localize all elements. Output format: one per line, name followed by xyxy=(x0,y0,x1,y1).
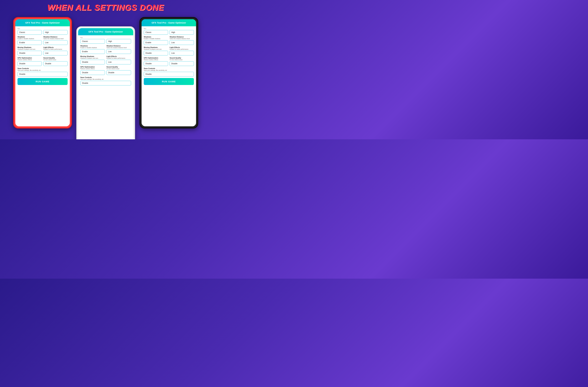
phone-right-section-2-left-input[interactable]: Disable xyxy=(144,61,168,66)
phone-left-section-1-right: Light Effects Disable for better perform… xyxy=(43,46,68,55)
phone-left-section-0-right-input[interactable]: Low xyxy=(43,40,68,45)
phone-right-run-game-button[interactable]: RUN GAME xyxy=(144,78,194,85)
phone-right-section-1-right-input[interactable]: Low xyxy=(169,51,194,55)
phone-right-section-0: Shadows Enable or disable shadows Enable… xyxy=(144,36,194,45)
phone-left-screen: GFX Tool Pro - Game Optimizer filter Cla… xyxy=(15,19,70,126)
phone-right-header: GFX Tool Pro - Game Optimizer xyxy=(142,19,196,26)
phone-left-section-1-left-input[interactable]: Disable xyxy=(18,51,42,55)
phone-right-title: GFX Tool Pro - Game Optimizer xyxy=(151,21,186,24)
phone-left-section-1-right-title: Light Effects xyxy=(43,46,68,48)
phone-center-save-input[interactable]: Disable xyxy=(80,81,131,86)
phone-center-filter-style-col: Classic xyxy=(80,39,105,44)
phone-right-section-2-right-desc: Fix low volume issue xyxy=(169,59,194,61)
phone-left-filter-row: Classic High xyxy=(18,30,68,35)
phone-center-section-2-left: GPU Optimization Reduce useless effects … xyxy=(80,66,105,75)
phone-center-section-2-right-input[interactable]: Disable xyxy=(106,70,131,75)
phone-center-section-0-right-input[interactable]: Low xyxy=(106,49,131,54)
phone-left-save-input[interactable]: Disable xyxy=(18,72,68,76)
phone-center-section-2-left-desc: Reduce useless effects xyxy=(80,68,105,70)
phone-center-section-2-right: Sound Quality Fix low volume issue Disab… xyxy=(106,66,131,75)
phone-center-filter-row: Classic High xyxy=(80,39,131,44)
phone-right-section-0-left: Shadows Enable or disable shadows Enable xyxy=(144,36,168,45)
phone-left-section-2-left-desc: Reduce useless effects xyxy=(18,59,42,61)
phone-right-section-0-left-input[interactable]: Enable xyxy=(144,40,168,45)
page-title: When All Settings Done xyxy=(47,3,164,12)
phone-left-section-0-left-desc: Enable or disable shadows xyxy=(18,38,42,40)
phone-center-section-2-left-input[interactable]: Disable xyxy=(80,70,105,75)
phone-left-title: GFX Tool Pro - Game Optimizer xyxy=(25,21,60,24)
phone-center-section-1-left-input[interactable]: Disable xyxy=(80,60,105,64)
phone-left-section-2-left-input[interactable]: Disable xyxy=(18,61,42,66)
phone-left-filter-style-input[interactable]: Classic xyxy=(18,30,42,35)
phone-right: GFX Tool Pro - Game Optimizer filter Cla… xyxy=(139,17,198,129)
phone-right-section-0-right: Shadow Distance Select the shadow distan… xyxy=(169,36,194,45)
phone-left-section-1-right-input[interactable]: Low xyxy=(43,51,68,55)
phone-center-filter-quality-col: High xyxy=(106,39,131,44)
phone-left-section-0-left: Shadows Enable or disable shadows Enable xyxy=(18,36,42,45)
phone-right-section-1-right-desc: Disable for better performance xyxy=(169,48,194,50)
phone-right-filter-row: Classic High xyxy=(144,30,194,35)
phone-right-section-2-left-title: GPU Optimization xyxy=(144,57,168,59)
phone-center-section-0-left-title: Shadows xyxy=(80,45,105,47)
phone-right-content: filter Classic High Shadows Enable or di… xyxy=(142,26,196,126)
phone-center-section-0-right-title: Shadow Distance xyxy=(106,45,131,47)
phone-right-section-0-right-input[interactable]: Low xyxy=(169,40,194,45)
phone-center-filter-label: filter xyxy=(80,37,131,38)
phone-center-section-0: Shadows Enable or disable shadows Enable… xyxy=(80,45,131,54)
phone-left-run-game-button[interactable]: RUN GAME xyxy=(18,78,68,85)
phone-center-section-1-right-desc: Disable for better performance xyxy=(106,57,131,59)
phone-center-section-1-right: Light Effects Disable for better perform… xyxy=(106,55,131,64)
phone-right-save-desc: Save your settings, like sensitivity, et… xyxy=(144,69,194,71)
phone-left-section-0-left-input[interactable]: Enable xyxy=(18,40,42,45)
phone-right-save-input[interactable]: Disable xyxy=(144,72,194,76)
phone-right-filter-quality-input[interactable]: High xyxy=(169,30,194,35)
phone-right-section-2-right: Sound Quality Fix low volume issue Disab… xyxy=(169,57,194,66)
phone-center-section-0-right-desc: Select the shadow distance level xyxy=(106,47,131,49)
phone-left-filter-label: filter xyxy=(18,28,68,29)
phone-right-section-2-right-input[interactable]: Disable xyxy=(169,61,194,66)
phone-right-filter-label: filter xyxy=(144,28,194,29)
phone-center-header: GFX Tool Pro - Game Optimizer xyxy=(78,28,133,35)
phone-center-section-1-left: Moving Shadows Shadows of players and ca… xyxy=(80,55,105,64)
phone-left-section-2-right-title: Sound Quality xyxy=(43,57,68,59)
phone-center-section-2-right-title: Sound Quality xyxy=(106,66,131,68)
phone-left-section-1-right-desc: Disable for better performance xyxy=(43,48,68,50)
phone-left-section-2: GPU Optimization Reduce useless effects … xyxy=(18,57,68,66)
phone-right-section-2-left: GPU Optimization Reduce useless effects … xyxy=(144,57,168,66)
phone-center-content: filter Classic High Shadows Enable or di… xyxy=(78,35,133,139)
phone-right-screen: GFX Tool Pro - Game Optimizer filter Cla… xyxy=(142,19,196,126)
phone-right-section-2-right-title: Sound Quality xyxy=(169,57,194,59)
phone-left-section-2-right-desc: Fix low volume issue xyxy=(43,59,68,61)
phone-center-section-1-right-input[interactable]: Low xyxy=(106,60,131,64)
phone-left-content: filter Classic High Shadows Enable or di… xyxy=(15,26,70,126)
phone-right-section-2: GPU Optimization Reduce useless effects … xyxy=(144,57,194,66)
phone-right-section-1-right: Light Effects Disable for better perform… xyxy=(169,46,194,55)
phone-left: GFX Tool Pro - Game Optimizer filter Cla… xyxy=(13,17,72,129)
phone-center-filter-style-input[interactable]: Classic xyxy=(80,39,105,44)
phone-center-section-0-left-input[interactable]: Enable xyxy=(80,49,105,54)
phone-left-section-2-left-title: GPU Optimization xyxy=(18,57,42,59)
phone-center-section-0-left: Shadows Enable or disable shadows Enable xyxy=(80,45,105,54)
phone-center-section-1-left-title: Moving Shadows xyxy=(80,55,105,57)
phone-right-section-1-left-input[interactable]: Disable xyxy=(144,51,168,55)
phone-center: GFX Tool Pro - Game Optimizer filter Cla… xyxy=(76,26,135,139)
phone-left-section-2-right-input[interactable]: Disable xyxy=(43,61,68,66)
phone-right-filter-style-col: Classic xyxy=(144,30,168,35)
phone-left-save-desc: Save your settings, like sensitivity, et… xyxy=(18,69,68,71)
phone-left-section-0-right-desc: Select the shadow distance level xyxy=(43,38,68,40)
phone-center-save-title: Save Controls xyxy=(80,76,131,79)
phone-left-section-1-left: Moving Shadows Shadows of players and ca… xyxy=(18,46,42,55)
phone-left-header: GFX Tool Pro - Game Optimizer xyxy=(15,19,70,26)
phone-left-filter-quality-col: High xyxy=(43,30,68,35)
phone-left-section-0-left-title: Shadows xyxy=(18,36,42,38)
phone-right-filter-style-input[interactable]: Classic xyxy=(144,30,168,35)
phone-center-filter-quality-input[interactable]: High xyxy=(106,39,131,44)
phone-left-section-0-right-title: Shadow Distance xyxy=(43,36,68,38)
phone-left-section-0-right: Shadow Distance Select the shadow distan… xyxy=(43,36,68,45)
phone-center-title: GFX Tool Pro - Game Optimizer xyxy=(88,30,123,33)
phone-left-save-title: Save Controls xyxy=(18,67,68,69)
phone-right-save-title: Save Controls xyxy=(144,67,194,69)
phone-left-filter-quality-input[interactable]: High xyxy=(43,30,68,35)
phone-center-section-2: GPU Optimization Reduce useless effects … xyxy=(80,66,131,75)
phone-center-section-1-left-desc: Shadows of players and cars xyxy=(80,57,105,59)
